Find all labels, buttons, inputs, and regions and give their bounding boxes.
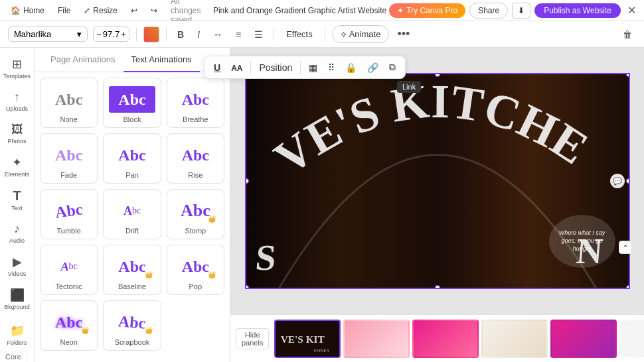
hide-panels-button[interactable]: Hide panels bbox=[236, 328, 269, 349]
canvas-comment-icon[interactable]: 💬 bbox=[610, 174, 625, 188]
thumb-5-bg bbox=[552, 321, 615, 357]
home-button[interactable]: 🏠 Home bbox=[5, 4, 50, 17]
close-icon: ✕ bbox=[627, 5, 636, 16]
animation-none[interactable]: Abc None bbox=[40, 78, 98, 128]
animation-neon[interactable]: Abc 👑 Neon bbox=[40, 300, 98, 351]
resize-button[interactable]: ⤢ Resize bbox=[78, 4, 123, 17]
crown-stomp-icon: 👑 bbox=[208, 215, 216, 223]
bold-button[interactable]: B bbox=[173, 27, 188, 42]
undo-button[interactable]: ↩ bbox=[125, 4, 143, 17]
thumb-3-bg bbox=[414, 321, 477, 357]
file-button[interactable]: File bbox=[52, 4, 76, 17]
font-size-value[interactable]: 97.7 bbox=[103, 29, 120, 39]
lock-button[interactable]: 🔒 bbox=[341, 60, 361, 76]
animation-pan[interactable]: Abc Pan bbox=[103, 133, 161, 184]
animation-drift[interactable]: A bc Drift bbox=[103, 189, 161, 239]
panel-tabs: Page Animations Text Animations bbox=[35, 48, 230, 72]
filmstrip-thumb-6[interactable] bbox=[619, 320, 644, 358]
collapse-panel-button[interactable]: ⌃ bbox=[619, 241, 632, 254]
scrapbook-label: Scrapbook bbox=[115, 338, 150, 346]
audio-icon: ♪ bbox=[14, 222, 20, 236]
handle-bottom-left[interactable] bbox=[245, 285, 249, 289]
redo-button[interactable]: ↪ bbox=[145, 4, 163, 17]
position-button[interactable]: Position bbox=[255, 60, 296, 76]
color-swatch[interactable] bbox=[143, 27, 159, 42]
sidebar-item-uploads[interactable]: ↑ Uploads bbox=[1, 86, 33, 116]
sidebar-item-videos[interactable]: ▶ Videos bbox=[1, 251, 33, 281]
sidebar-item-photos[interactable]: 🖼 Photos bbox=[1, 119, 33, 149]
videos-icon: ▶ bbox=[13, 255, 22, 269]
handle-bottom-mid[interactable] bbox=[435, 285, 440, 289]
publish-button[interactable]: Publish as Website bbox=[534, 3, 621, 18]
tab-page-label: Page Animations bbox=[50, 54, 116, 64]
filmstrip-thumb-1[interactable]: VE'S KIT STEVE'S bbox=[274, 320, 341, 358]
star-icon: ✦ bbox=[397, 6, 404, 15]
close-workspace-button[interactable]: ✕ bbox=[625, 3, 639, 18]
collapse-icon: ⌃ bbox=[623, 244, 628, 251]
tab-page-animations[interactable]: Page Animations bbox=[42, 48, 123, 72]
resize-label: Resize bbox=[93, 6, 118, 15]
uppercase-format-button[interactable]: AA bbox=[227, 60, 246, 76]
animate-button[interactable]: ⟡ Animate bbox=[332, 25, 390, 43]
sidebar-item-templates[interactable]: ⊞ Templates bbox=[1, 53, 33, 84]
separator-3 bbox=[274, 28, 274, 41]
sidebar-item-text[interactable]: T Text bbox=[1, 184, 33, 215]
italic-button[interactable]: I bbox=[193, 27, 204, 42]
texture-icon: ▦ bbox=[309, 62, 317, 73]
animation-pop[interactable]: Abc 👑 Pop bbox=[167, 245, 224, 295]
tumble-label: Tumble bbox=[57, 227, 81, 235]
handle-mid-right[interactable] bbox=[626, 178, 630, 184]
sidebar-item-audio[interactable]: ♪ Audio bbox=[1, 218, 33, 248]
link-button[interactable]: 🔗 bbox=[363, 60, 382, 76]
subtitle-text: Where what I say goes, or you go hungry bbox=[554, 229, 610, 253]
tumble-preview: Abc bbox=[46, 198, 92, 224]
filmstrip-thumb-4[interactable] bbox=[481, 320, 548, 358]
tectonic-label: Tectonic bbox=[55, 282, 82, 290]
font-selector[interactable]: Maharlika ▾ bbox=[8, 27, 88, 42]
folders-icon: 📁 bbox=[10, 324, 25, 338]
chevron-down-icon: ▾ bbox=[77, 29, 82, 39]
panel-content: Abc None Abc Block Abc Breathe bbox=[35, 72, 230, 362]
filmstrip-thumb-3[interactable] bbox=[412, 320, 479, 358]
handle-bottom-right[interactable] bbox=[626, 285, 630, 289]
animation-breathe[interactable]: Abc Breathe bbox=[167, 78, 224, 128]
spacing-button[interactable]: ↔ bbox=[209, 27, 226, 42]
trash-button[interactable]: 🗑 bbox=[619, 27, 636, 42]
animation-fade[interactable]: Abc Fade bbox=[40, 133, 98, 184]
align-button[interactable]: ☰ bbox=[250, 27, 267, 42]
animation-block[interactable]: Abc Block bbox=[103, 78, 161, 128]
pattern-button[interactable]: ⠿ bbox=[324, 60, 339, 76]
animation-tumble[interactable]: Abc Tumble bbox=[40, 189, 98, 239]
sidebar-item-folders[interactable]: 📁 Folders bbox=[1, 320, 33, 350]
more-options-button[interactable]: ••• bbox=[394, 26, 412, 42]
position-label: Position bbox=[259, 62, 292, 73]
animation-tectonic[interactable]: A bc Tectonic bbox=[40, 245, 98, 295]
sidebar-item-background[interactable]: ⬛ Bkground bbox=[1, 284, 33, 314]
animation-rise[interactable]: Abc Rise bbox=[167, 133, 224, 184]
drift-label: Drift bbox=[125, 227, 139, 235]
main-layout: ⊞ Templates ↑ Uploads 🖼 Photos ✦ Element… bbox=[0, 48, 644, 362]
share-button[interactable]: Share bbox=[469, 3, 508, 19]
copy-icon: ⧉ bbox=[389, 62, 396, 72]
animation-grid: Abc None Abc Block Abc Breathe bbox=[40, 78, 224, 351]
canvas[interactable]: VE'S KITCHE S N Where what I say goes, o… bbox=[245, 73, 630, 289]
tab-text-animations[interactable]: Text Animations bbox=[123, 48, 200, 72]
plus-icon[interactable]: + bbox=[121, 29, 126, 39]
underline-format-button[interactable]: U bbox=[210, 60, 224, 76]
animation-stomp[interactable]: Abc 👑 Stomp bbox=[167, 189, 224, 239]
animation-baseline[interactable]: Abc 👑 Baseline bbox=[103, 245, 161, 295]
filmstrip-thumb-2[interactable] bbox=[343, 320, 410, 358]
list-button[interactable]: ≡ bbox=[232, 27, 245, 42]
align-icon: ☰ bbox=[254, 29, 263, 40]
copy-format-button[interactable]: ⧉ bbox=[385, 59, 400, 76]
filmstrip-thumb-5[interactable] bbox=[550, 320, 617, 358]
sidebar-item-elements[interactable]: ✦ Elements bbox=[1, 151, 33, 182]
effects-button[interactable]: Effects bbox=[281, 27, 318, 42]
animation-scrapbook[interactable]: Abc 👑 Scrapbook bbox=[103, 300, 161, 351]
texture-button[interactable]: ▦ bbox=[305, 60, 321, 76]
try-canva-button[interactable]: ✦ Try Canva Pro bbox=[389, 3, 465, 18]
download-button[interactable]: ⬇ bbox=[512, 3, 530, 19]
minus-icon[interactable]: − bbox=[96, 29, 102, 39]
canvas-wrapper[interactable]: VE'S KITCHE S N Where what I say goes, o… bbox=[230, 48, 644, 314]
uploads-icon: ↑ bbox=[14, 90, 20, 104]
